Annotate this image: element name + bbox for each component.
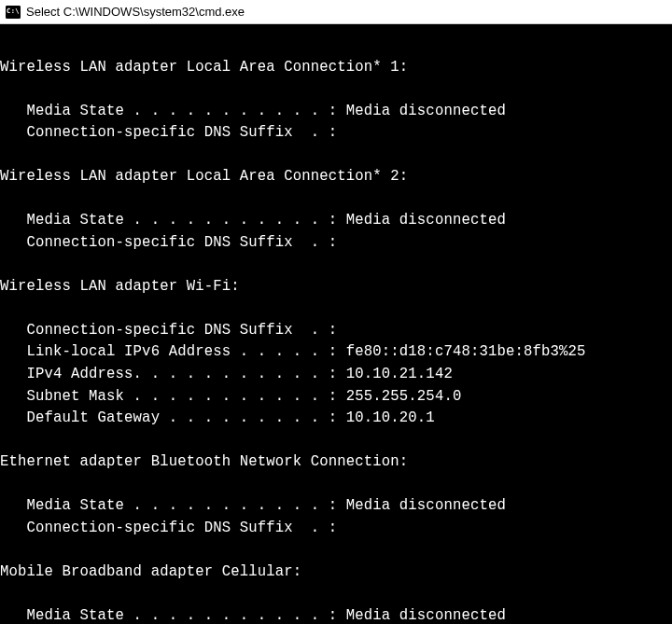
window-title-bar[interactable]: C:\ Select C:\WINDOWS\system32\cmd.exe — [0, 0, 672, 24]
terminal-output[interactable]: Wireless LAN adapter Local Area Connecti… — [0, 24, 672, 624]
window-title: Select C:\WINDOWS\system32\cmd.exe — [26, 5, 245, 19]
cmd-icon: C:\ — [6, 6, 21, 19]
